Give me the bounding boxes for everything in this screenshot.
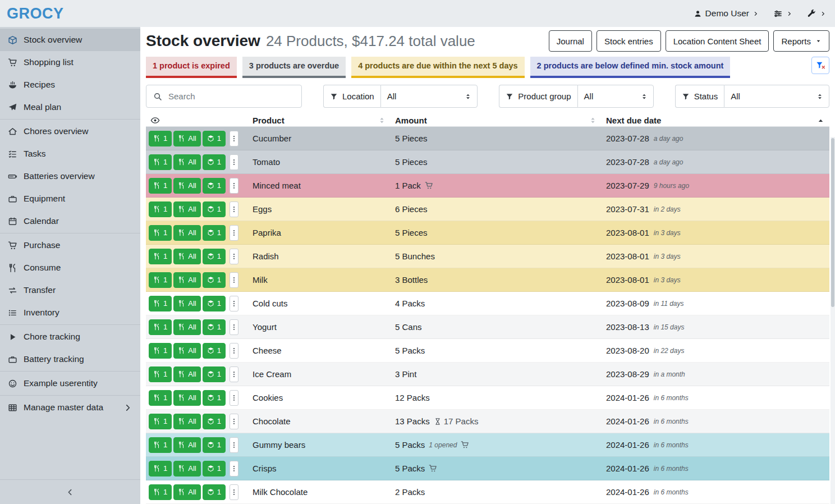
open-one-button[interactable]: 1 [203, 461, 226, 476]
clear-filters-button[interactable] [811, 57, 829, 74]
consume-all-button[interactable]: All [173, 249, 200, 264]
consume-one-button[interactable]: 1 [149, 484, 172, 500]
visibility-column-header[interactable] [146, 116, 248, 125]
row-menu-button[interactable] [230, 414, 238, 429]
open-one-button[interactable]: 1 [203, 366, 226, 382]
consume-one-button[interactable]: 1 [149, 437, 172, 453]
scrollbar-thumb[interactable] [831, 138, 834, 307]
consume-all-button[interactable]: All [173, 272, 200, 288]
consume-all-button[interactable]: All [173, 390, 200, 406]
open-one-button[interactable]: 1 [203, 225, 226, 241]
row-menu-button[interactable] [230, 437, 238, 453]
admin-menu[interactable] [807, 9, 826, 19]
consume-one-button[interactable]: 1 [149, 178, 172, 194]
header-action-button[interactable]: Location Content Sheet [666, 30, 769, 52]
row-menu-button[interactable] [230, 154, 238, 170]
open-one-button[interactable]: 1 [203, 437, 226, 453]
open-one-button[interactable]: 1 [203, 296, 226, 311]
row-menu-button[interactable] [230, 272, 238, 288]
grocy-logo[interactable]: GROCY [7, 5, 64, 22]
row-menu-button[interactable] [230, 390, 238, 406]
open-one-button[interactable]: 1 [203, 390, 226, 406]
search-input[interactable] [167, 91, 296, 102]
open-one-button[interactable]: 1 [203, 343, 226, 359]
status-banner[interactable]: 2 products are below defined min. stock … [530, 57, 731, 78]
open-one-button[interactable]: 1 [203, 319, 226, 335]
consume-one-button[interactable]: 1 [149, 414, 172, 429]
row-menu-button[interactable] [230, 366, 238, 382]
row-menu-button[interactable] [230, 201, 238, 217]
consume-all-button[interactable]: All [173, 296, 200, 311]
consume-all-button[interactable]: All [173, 154, 200, 170]
status-banner[interactable]: 1 product is expired [146, 57, 237, 78]
consume-one-button[interactable]: 1 [149, 461, 172, 476]
sidebar-item[interactable]: Consume [0, 256, 140, 279]
column-header-next-due-date[interactable]: Next due date [602, 116, 829, 125]
sidebar-item[interactable]: Batteries overview [0, 165, 140, 187]
consume-one-button[interactable]: 1 [149, 272, 172, 288]
sidebar-item[interactable]: Equipment [0, 187, 140, 210]
consume-all-button[interactable]: All [173, 414, 200, 429]
sidebar-collapse-button[interactable] [0, 479, 140, 504]
sidebar-item[interactable]: Battery tracking [0, 348, 140, 370]
user-menu[interactable]: Demo User [694, 8, 759, 19]
sidebar-item[interactable]: Inventory [0, 301, 140, 324]
open-one-button[interactable]: 1 [203, 414, 226, 429]
sidebar-item[interactable]: Chore tracking [0, 326, 140, 348]
row-menu-button[interactable] [230, 225, 238, 241]
sidebar-item[interactable]: Manage master data [0, 396, 140, 419]
consume-all-button[interactable]: All [173, 201, 200, 217]
sidebar-item[interactable]: Example userentity [0, 372, 140, 395]
sidebar-item[interactable]: Chores overview [0, 120, 140, 143]
consume-one-button[interactable]: 1 [149, 390, 172, 406]
header-action-button[interactable]: Stock entries [597, 30, 661, 52]
consume-one-button[interactable]: 1 [149, 296, 172, 311]
consume-all-button[interactable]: All [173, 484, 200, 500]
row-menu-button[interactable] [230, 296, 238, 311]
row-menu-button[interactable] [230, 131, 238, 146]
sidebar-item[interactable]: Meal plan [0, 96, 140, 118]
sidebar-item[interactable]: Transfer [0, 279, 140, 301]
open-one-button[interactable]: 1 [203, 272, 226, 288]
consume-all-button[interactable]: All [173, 178, 200, 194]
settings-menu[interactable] [773, 9, 792, 19]
consume-one-button[interactable]: 1 [149, 319, 172, 335]
sidebar-item[interactable]: Stock overview [0, 29, 140, 51]
sidebar-item[interactable]: Shopping list [0, 51, 140, 74]
consume-all-button[interactable]: All [173, 225, 200, 241]
row-menu-button[interactable] [230, 343, 238, 359]
consume-all-button[interactable]: All [173, 437, 200, 453]
open-one-button[interactable]: 1 [203, 178, 226, 194]
consume-one-button[interactable]: 1 [149, 131, 172, 146]
row-menu-button[interactable] [230, 249, 238, 264]
consume-one-button[interactable]: 1 [149, 249, 172, 264]
filter-select[interactable]: All [724, 85, 829, 108]
open-one-button[interactable]: 1 [203, 484, 226, 500]
open-one-button[interactable]: 1 [203, 201, 226, 217]
scrollbar[interactable] [831, 137, 835, 504]
filter-select[interactable]: All [380, 85, 478, 108]
filter-select[interactable]: All [577, 85, 654, 108]
row-menu-button[interactable] [230, 178, 238, 194]
open-one-button[interactable]: 1 [203, 154, 226, 170]
consume-one-button[interactable]: 1 [149, 366, 172, 382]
consume-one-button[interactable]: 1 [149, 201, 172, 217]
sidebar-item[interactable]: Calendar [0, 210, 140, 232]
sidebar-item[interactable]: Purchase [0, 234, 140, 256]
column-header-product[interactable]: Product [248, 116, 391, 125]
open-one-button[interactable]: 1 [203, 131, 226, 146]
consume-all-button[interactable]: All [173, 131, 200, 146]
consume-one-button[interactable]: 1 [149, 154, 172, 170]
header-action-button[interactable]: Journal [549, 30, 592, 52]
consume-all-button[interactable]: All [173, 366, 200, 382]
consume-all-button[interactable]: All [173, 461, 200, 476]
header-action-button[interactable]: Reports [773, 30, 829, 52]
status-banner[interactable]: 4 products are due within the next 5 day… [351, 57, 524, 78]
consume-all-button[interactable]: All [173, 319, 200, 335]
consume-one-button[interactable]: 1 [149, 225, 172, 241]
open-one-button[interactable]: 1 [203, 249, 226, 264]
sidebar-item[interactable]: Recipes [0, 74, 140, 96]
row-menu-button[interactable] [230, 461, 238, 476]
row-menu-button[interactable] [230, 319, 238, 335]
consume-one-button[interactable]: 1 [149, 343, 172, 359]
